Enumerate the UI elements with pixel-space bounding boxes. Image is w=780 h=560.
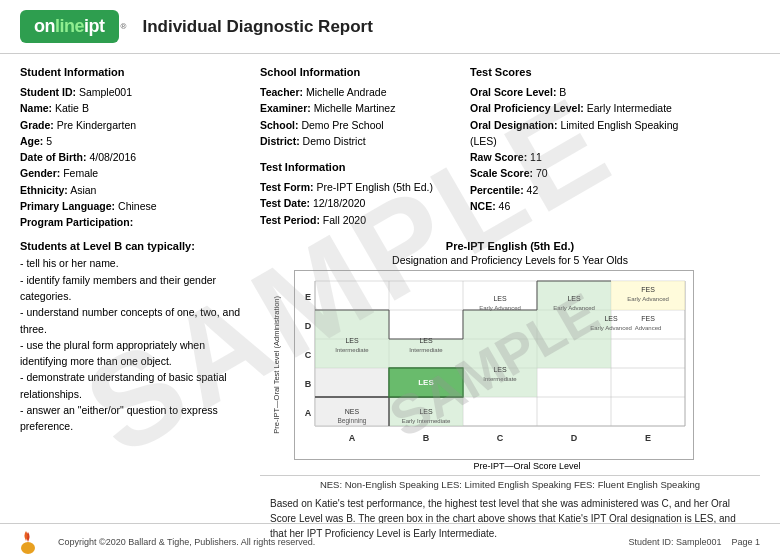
svg-text:Intermediate: Intermediate: [409, 347, 443, 353]
footer-page: Page 1: [731, 537, 760, 547]
svg-text:B: B: [423, 433, 430, 443]
oral-proficiency: Oral Proficiency Level: Early Intermedia…: [470, 100, 690, 116]
test-info-block: Test Information Test Form: Pre-IPT Engl…: [260, 159, 460, 228]
page-footer: Copyright ©2020 Ballard & Tighe, Publish…: [0, 523, 780, 560]
scale-score: Scale Score: 70: [470, 165, 690, 181]
school-info-title: School Information: [260, 64, 460, 81]
logo-line: line: [55, 16, 84, 36]
y-axis-outer-label: Pre-IPT—Oral Test Level (Administration): [260, 270, 294, 460]
left-column: Student Information Student ID: Sample00…: [20, 64, 250, 541]
student-id: Student ID: Sample001: [20, 84, 250, 100]
nce: NCE: 46: [470, 198, 690, 214]
logo-container: onlineipt ®: [20, 10, 126, 43]
scores-col: Test Scores Oral Score Level: B Oral Pro…: [470, 64, 690, 238]
scores-title: Test Scores: [470, 64, 690, 81]
svg-text:Early Intermediate: Early Intermediate: [402, 418, 451, 424]
x-axis-label: Pre-IPT—Oral Score Level: [294, 461, 760, 471]
svg-point-54: [21, 542, 35, 554]
svg-text:D: D: [571, 433, 578, 443]
svg-text:LES: LES: [418, 378, 434, 387]
svg-text:C: C: [497, 433, 504, 443]
can-typically-item: tell his or her name.: [20, 255, 250, 271]
test-period: Test Period: Fall 2020: [260, 212, 460, 228]
svg-text:D: D: [305, 321, 312, 331]
student-name: Name: Katie B: [20, 100, 250, 116]
svg-text:Intermediate: Intermediate: [335, 347, 369, 353]
district: District: Demo District: [260, 133, 460, 149]
footer-copyright: Copyright ©2020 Ballard & Tighe, Publish…: [58, 537, 315, 547]
footer-logo-area: Copyright ©2020 Ballard & Tighe, Publish…: [20, 528, 315, 556]
svg-text:LES: LES: [567, 295, 581, 302]
can-typically-title: Students at Level B can typically:: [20, 240, 250, 252]
examiner: Examiner: Michelle Martinez: [260, 100, 460, 116]
student-program: Program Participation:: [20, 214, 250, 230]
logo-box: onlineipt: [20, 10, 119, 43]
percentile: Percentile: 42: [470, 182, 690, 198]
ballard-tighe-logo: [20, 528, 52, 556]
logo-on: on: [34, 16, 55, 36]
chart-box: E D C B A A B C D E: [294, 270, 694, 460]
test-date: Test Date: 12/18/2020: [260, 195, 460, 211]
svg-text:Intermediate: Intermediate: [483, 376, 517, 382]
svg-text:Early Advanced: Early Advanced: [627, 296, 669, 302]
oral-score-level: Oral Score Level: B: [470, 84, 690, 100]
can-typically-list: tell his or her name. identify family me…: [20, 255, 250, 434]
chart-title: Pre-IPT English (5th Ed.): [260, 240, 760, 252]
can-typically-item: understand number concepts of one, two, …: [20, 304, 250, 337]
raw-score: Raw Score: 11: [470, 149, 690, 165]
student-grade: Grade: Pre Kindergarten: [20, 117, 250, 133]
can-typically-item: answer an "either/or" question to expres…: [20, 402, 250, 435]
logo-registered: ®: [121, 22, 127, 31]
svg-text:Advanced: Advanced: [635, 325, 662, 331]
student-gender: Gender: Female: [20, 165, 250, 181]
svg-text:FES: FES: [641, 315, 655, 322]
y-axis-label-text: Pre-IPT—Oral Test Level (Administration): [272, 296, 282, 434]
svg-text:NES: NES: [345, 408, 360, 415]
svg-text:LES: LES: [419, 337, 433, 344]
svg-text:Early Advanced: Early Advanced: [479, 305, 521, 311]
student-dob: Date of Birth: 4/08/2016: [20, 149, 250, 165]
footer-student-info: Student ID: Sample001 Page 1: [628, 537, 760, 547]
chart-legend: NES: Non-English Speaking LES: Limited E…: [260, 475, 760, 490]
chart-section: Pre-IPT English (5th Ed.) Designation an…: [260, 240, 760, 541]
school-info-block: School Information Teacher: Michelle And…: [260, 64, 460, 149]
main-content: Student Information Student ID: Sample00…: [0, 54, 780, 551]
student-ethnicity: Ethnicity: Asian: [20, 182, 250, 198]
page-header: onlineipt ® Individual Diagnostic Report: [0, 0, 780, 54]
can-typically-item: identify family members and their gender…: [20, 272, 250, 305]
chart-svg: E D C B A A B C D E: [295, 271, 694, 460]
svg-text:LES: LES: [604, 315, 618, 322]
footer-student-id: Student ID: Sample001: [628, 537, 721, 547]
svg-text:C: C: [305, 350, 312, 360]
test-info-title: Test Information: [260, 159, 460, 176]
svg-text:A: A: [305, 408, 312, 418]
teacher: Teacher: Michelle Andrade: [260, 84, 460, 100]
student-info-block: Student Information Student ID: Sample00…: [20, 64, 250, 230]
svg-text:LES: LES: [419, 408, 433, 415]
school-test-col: School Information Teacher: Michelle And…: [260, 64, 460, 238]
svg-text:FES: FES: [641, 286, 655, 293]
can-typically-item: use the plural form appropriately when i…: [20, 337, 250, 370]
svg-text:LES: LES: [345, 337, 359, 344]
svg-text:Early Advanced: Early Advanced: [590, 325, 632, 331]
oral-designation: Oral Designation: Limited English Speaki…: [470, 117, 690, 150]
scores-block: Test Scores Oral Score Level: B Oral Pro…: [470, 64, 690, 214]
svg-text:E: E: [305, 292, 311, 302]
svg-text:B: B: [305, 379, 312, 389]
svg-text:Beginning: Beginning: [338, 417, 367, 425]
test-form: Test Form: Pre-IPT English (5th Ed.): [260, 179, 460, 195]
svg-text:E: E: [645, 433, 651, 443]
info-columns: School Information Teacher: Michelle And…: [260, 64, 760, 238]
svg-text:LES: LES: [493, 366, 507, 373]
report-title: Individual Diagnostic Report: [142, 17, 372, 37]
student-info-title: Student Information: [20, 64, 250, 81]
student-language: Primary Language: Chinese: [20, 198, 250, 214]
logo-ipt: ipt: [84, 16, 105, 36]
chart-subtitle: Designation and Proficiency Levels for 5…: [260, 254, 760, 266]
svg-text:A: A: [349, 433, 356, 443]
svg-text:LES: LES: [493, 295, 507, 302]
student-age: Age: 5: [20, 133, 250, 149]
right-section: School Information Teacher: Michelle And…: [260, 64, 760, 541]
svg-text:Early Advanced: Early Advanced: [553, 305, 595, 311]
school: School: Demo Pre School: [260, 117, 460, 133]
